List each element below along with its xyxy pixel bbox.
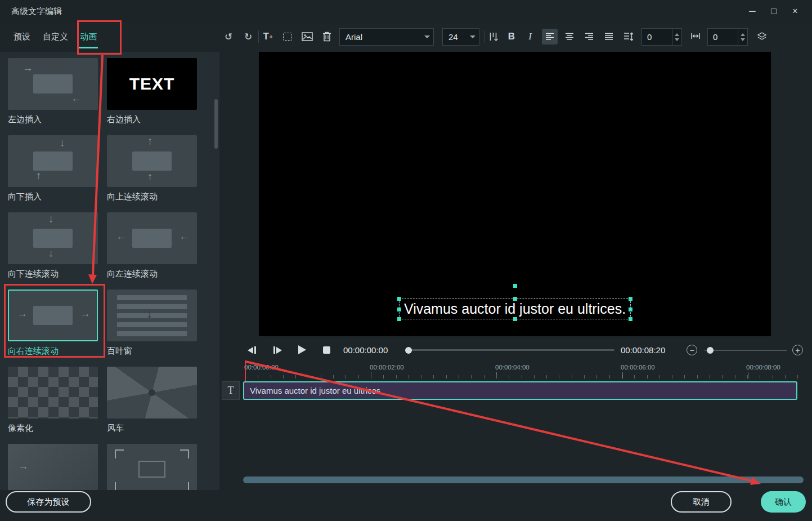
resize-handle[interactable] [397, 297, 401, 301]
ruler-label: 00:00:08:00 [746, 364, 780, 371]
seek-slider[interactable] [405, 349, 614, 351]
preset-thumbnail[interactable]: → [8, 444, 98, 490]
redo-button[interactable]: ↻ [240, 29, 256, 44]
step-down-icon[interactable] [741, 38, 745, 41]
preset-thumbnail[interactable]: → ← [8, 58, 98, 110]
chevron-down-icon [466, 35, 479, 38]
image-icon[interactable] [299, 29, 315, 44]
thumb-rect [33, 74, 73, 93]
layers-icon[interactable] [754, 29, 770, 44]
total-time: 00:00:08:20 [621, 345, 665, 355]
timeline-zoom-slider[interactable] [705, 350, 787, 351]
preset-thumbnail[interactable] [107, 367, 197, 418]
stepper[interactable] [672, 29, 681, 45]
resize-handle[interactable] [513, 297, 517, 301]
seek-handle[interactable] [405, 347, 412, 354]
preset-thumbnail[interactable] [107, 444, 197, 490]
letter-spacing-input[interactable]: 0 [707, 28, 748, 46]
preset-thumbnail[interactable]: ↑ ↑ [107, 135, 197, 187]
previous-frame-button[interactable] [248, 346, 257, 354]
resize-handle[interactable] [629, 297, 632, 301]
preset-insert-left[interactable]: → ← 左边插入 [8, 58, 98, 126]
preset-pixelate[interactable]: 像素化 [8, 367, 98, 435]
stop-button[interactable] [323, 346, 330, 354]
align-center-button[interactable] [562, 29, 577, 44]
step-down-icon[interactable] [675, 38, 679, 41]
preset-pinwheel[interactable]: 风车 [107, 367, 197, 435]
preset-scroll-right-selected[interactable]: → → 向右连续滚动 [8, 290, 98, 358]
close-button[interactable]: × [788, 5, 802, 18]
font-size-select[interactable]: 24 [442, 28, 479, 46]
zoom-out-button[interactable]: − [687, 345, 697, 355]
preset-thumbnail[interactable]: ↓ [107, 290, 197, 341]
advanced-text-edit-dialog: 高级文字编辑 ─ □ × 预设 自定义 动画 → ← 左边插入 TEXT 右边插… [0, 0, 812, 521]
timeline-scrollbar[interactable] [243, 477, 804, 483]
line-spacing-icon[interactable] [621, 29, 636, 44]
resize-handle[interactable] [397, 308, 401, 311]
preset-thumbnail[interactable]: ← ← [107, 212, 197, 264]
timeline-playhead[interactable] [245, 360, 246, 381]
tab-custom[interactable]: 自定义 [43, 23, 68, 51]
preset-thumbnail[interactable]: ↓ ↓ [8, 212, 98, 264]
line-spacing-input[interactable]: 0 [641, 28, 682, 46]
sidebar-scrollbar[interactable] [214, 99, 218, 149]
preset-partial-2[interactable] [107, 444, 197, 490]
corner-bracket-icon [115, 482, 124, 490]
confirm-button[interactable]: 确认 [761, 491, 806, 513]
preset-thumbnail[interactable] [8, 367, 98, 418]
stepper[interactable] [738, 29, 747, 45]
preset-scroll-left[interactable]: ← ← 向左连续滚动 [107, 212, 197, 280]
step-up-icon[interactable] [741, 33, 745, 36]
rotate-handle[interactable] [513, 284, 517, 288]
text-box-icon[interactable] [280, 29, 295, 44]
preset-insert-down[interactable]: ↓ ↑ 向下插入 [8, 135, 98, 203]
maximize-button[interactable]: □ [766, 5, 781, 18]
add-text-button[interactable]: T+ [260, 29, 276, 44]
italic-button[interactable]: I [522, 29, 538, 44]
arrow-down-icon: ↓ [60, 137, 65, 148]
trash-icon[interactable] [319, 29, 335, 44]
bold-button[interactable]: B [504, 29, 519, 44]
letter-spacing-value: 0 [708, 29, 738, 45]
preset-blinds[interactable]: ↓ 百叶窗 [107, 290, 197, 358]
arrow-right-icon: → [17, 308, 28, 319]
preset-scroll-down[interactable]: ↓ ↓ 向下连续滚动 [8, 212, 98, 280]
arrow-up-icon: ↑ [147, 171, 153, 182]
resize-handle[interactable] [629, 317, 632, 321]
resize-handle[interactable] [629, 308, 632, 311]
resize-handle[interactable] [513, 317, 517, 321]
tab-preset[interactable]: 预设 [14, 23, 30, 51]
font-family-select[interactable]: Arial [339, 28, 434, 46]
preset-insert-right[interactable]: TEXT 右边插入 [107, 58, 197, 126]
text-track-clip[interactable]: Vivamus auctor id justor eu ultrices. [243, 381, 797, 400]
preset-scroll-up[interactable]: ↑ ↑ 向上连续滚动 [107, 135, 197, 203]
cancel-button[interactable]: 取消 [671, 491, 732, 513]
preset-partial-1[interactable]: → [8, 444, 98, 490]
tab-animation[interactable]: 动画 [80, 23, 97, 51]
play-button[interactable] [298, 345, 306, 354]
text-selection-box[interactable]: Vivamus auctor id justor eu ultrices. [399, 299, 631, 319]
zoom-in-button[interactable]: + [792, 345, 803, 355]
arrow-down-icon: ↓ [48, 248, 54, 259]
preset-grid: → ← 左边插入 TEXT 右边插入 ↓ ↑ 向下插入 [0, 52, 219, 490]
next-frame-button[interactable] [272, 346, 282, 354]
align-left-button[interactable] [542, 29, 558, 44]
step-up-icon[interactable] [675, 33, 679, 36]
blind-stripe [117, 331, 187, 336]
resize-handle[interactable] [397, 317, 401, 321]
video-preview[interactable]: Vivamus auctor id justor eu ultrices. [259, 52, 771, 336]
preset-label: 百叶窗 [107, 346, 197, 358]
preset-thumbnail[interactable]: ↓ ↑ [8, 135, 98, 187]
undo-button[interactable]: ↺ [221, 29, 236, 44]
text-orientation-icon[interactable] [486, 29, 502, 44]
minimize-button[interactable]: ─ [745, 5, 760, 18]
preset-thumbnail[interactable]: → → [8, 290, 98, 341]
toolbar-separator [484, 30, 484, 43]
align-justify-button[interactable] [601, 29, 617, 44]
align-right-button[interactable] [581, 29, 597, 44]
preset-thumbnail[interactable]: TEXT [107, 58, 197, 110]
preview-text[interactable]: Vivamus auctor id justor eu ultrices. [404, 301, 626, 317]
save-as-preset-button[interactable]: 保存为预设 [6, 491, 91, 513]
zoom-handle[interactable] [707, 347, 714, 354]
letter-spacing-icon[interactable] [688, 29, 703, 44]
